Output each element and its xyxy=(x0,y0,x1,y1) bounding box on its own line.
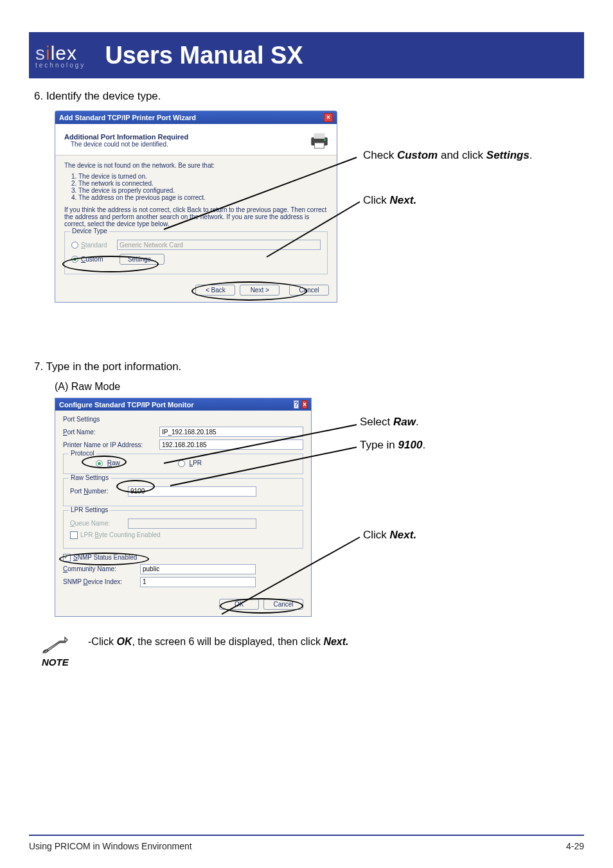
logo-sub: technology xyxy=(35,62,85,69)
dialog1-body: The device is not found on the network. … xyxy=(55,155,337,282)
close-icon[interactable]: × xyxy=(302,400,307,409)
note-icon xyxy=(42,636,69,655)
dialog2-body: Port Settings Port Name:Port Name: Print… xyxy=(55,411,311,596)
tab-port-settings[interactable]: Port Settings xyxy=(63,416,303,423)
section-step7: 7. Type in the port information. (A) Raw… xyxy=(29,360,584,617)
close-icon[interactable]: × xyxy=(324,113,333,122)
lpr-byte-checkbox xyxy=(70,531,78,539)
protocol-legend: Protocol xyxy=(69,450,96,457)
label-port-number: Port Number:Port Number: xyxy=(70,488,128,495)
add-tcpip-port-wizard-dialog: Add Standard TCP/IP Printer Port Wizard … xyxy=(55,111,337,303)
protocol-fieldset: Protocol RawRaw LPRLPR xyxy=(63,454,303,474)
logo-lex: lex xyxy=(51,42,77,64)
svg-rect-2 xyxy=(315,143,324,148)
help-icon[interactable]: ? xyxy=(294,400,299,409)
dialog2-buttons: OK Cancel xyxy=(55,596,311,616)
radio-raw[interactable] xyxy=(96,460,103,467)
dev-index-input[interactable] xyxy=(140,577,256,587)
annot-click-next-2: Click Next. xyxy=(363,529,416,542)
cancel2-button[interactable]: Cancel xyxy=(263,599,303,610)
dialog1-header: Additional Port Information Required The… xyxy=(55,124,337,155)
raw-settings-legend: Raw Settings xyxy=(69,474,111,481)
dialog1-header-title: Additional Port Information Required xyxy=(64,133,188,141)
queue-name-input xyxy=(128,518,256,529)
dialog1-titlebar: Add Standard TCP/IP Printer Port Wizard … xyxy=(55,111,337,124)
port-number-input[interactable] xyxy=(128,486,256,497)
radio-standard[interactable] xyxy=(71,242,78,249)
label-standard: SStandardtandard xyxy=(81,242,117,249)
footer-line xyxy=(29,835,584,836)
ok-button[interactable]: OK xyxy=(219,599,259,610)
annot-check-custom: Check Custom and click Settings. xyxy=(363,149,533,162)
device-type-legend: Device Type xyxy=(70,227,109,235)
port-name-input[interactable] xyxy=(159,427,303,437)
label-community: Community Name:Community Name: xyxy=(63,565,140,572)
note-row: NOTE -Click OK, the screen 6 will be dis… xyxy=(42,636,584,668)
label-lpr-byte: LPR Byte Counting EnabledLPR Byte Counti… xyxy=(80,531,161,538)
page-banner: silex technology Users Manual SX xyxy=(29,32,584,78)
snmp-checkbox[interactable] xyxy=(63,554,71,562)
label-queue-name: Queue Name:Queue Name: xyxy=(70,520,128,527)
note-label: NOTE xyxy=(42,657,69,668)
radio-lpr[interactable] xyxy=(178,460,185,467)
device-type-fieldset: Device Type SStandardtandard CustomCusto… xyxy=(64,231,328,274)
lpr-settings-fieldset: LPR Settings Queue Name:Queue Name: LPR … xyxy=(63,510,303,549)
radio-custom[interactable] xyxy=(71,256,78,263)
dialog2-titlebar: Configure Standard TCP/IP Port Monitor ?… xyxy=(55,398,311,411)
next-button[interactable]: Next > xyxy=(240,285,280,296)
label-dev-index: SNMP Device Index:SNMP Device Index: xyxy=(63,578,140,585)
step-7-text: 7. Type in the port information. xyxy=(34,360,584,373)
annot-type-9100: Type in 9100. xyxy=(360,439,425,452)
label-custom: CustomCustom xyxy=(81,256,117,263)
label-printer-addr: Printer Name or IP Address: xyxy=(63,441,159,448)
step-6-text: 6. Identify the device type. xyxy=(34,90,584,103)
settings-button[interactable]: Settings... xyxy=(120,254,164,265)
svg-point-3 xyxy=(324,139,326,141)
logo-i: i xyxy=(46,42,51,64)
printer-icon xyxy=(308,129,330,151)
raw-settings-fieldset: Raw Settings Port Number:Port Number: xyxy=(63,478,303,506)
section-step6: Add Standard TCP/IP Printer Port Wizard … xyxy=(29,111,584,303)
footer-left: Using PRICOM in Windows Environment xyxy=(29,841,192,851)
standard-dropdown[interactable] xyxy=(117,240,321,250)
banner-title: Users Manual SX xyxy=(105,42,303,69)
dialog1-li1: The device is turned on. xyxy=(78,173,328,180)
note-text: -Click OK, the screen 6 will be displaye… xyxy=(88,636,349,648)
dialog1-li3: The device is properly configured. xyxy=(78,187,328,194)
community-input[interactable] xyxy=(140,564,256,574)
footer-right: 4-29 xyxy=(566,841,584,851)
dialog1-p1: The device is not found on the network. … xyxy=(64,162,328,169)
lpr-settings-legend: LPR Settings xyxy=(69,506,110,513)
dialog2-title: Configure Standard TCP/IP Port Monitor xyxy=(59,401,193,409)
label-snmp: SNMP Status EnabledSNMP Status Enabled xyxy=(73,554,137,561)
configure-port-monitor-dialog: Configure Standard TCP/IP Port Monitor ?… xyxy=(55,398,312,617)
label-port-name: Port Name:Port Name: xyxy=(63,429,159,436)
dialog1-header-sub: The device could not be identified. xyxy=(71,141,188,148)
page-footer: Using PRICOM in Windows Environment 4-29 xyxy=(29,841,584,851)
silex-logo: silex technology xyxy=(35,42,85,69)
step-7-sub: (A) Raw Mode xyxy=(55,381,584,393)
dialog1-title: Add Standard TCP/IP Printer Port Wizard xyxy=(59,114,196,121)
printer-addr-input[interactable] xyxy=(159,439,303,450)
cancel-button[interactable]: Cancel xyxy=(289,285,329,296)
logo-s: s xyxy=(35,42,46,64)
annot-select-raw: Select Raw. xyxy=(360,416,419,429)
svg-rect-1 xyxy=(314,133,325,139)
dialog1-buttons: < Back Next > Cancel xyxy=(55,282,337,302)
back-button[interactable]: < Back xyxy=(195,285,235,296)
dialog1-li4: The address on the previous page is corr… xyxy=(78,194,328,201)
annot-click-next-1: Click Next. xyxy=(363,194,416,207)
dialog1-li2: The network is connected. xyxy=(78,180,328,187)
dialog1-p2: If you think the address is not correct,… xyxy=(64,206,328,227)
